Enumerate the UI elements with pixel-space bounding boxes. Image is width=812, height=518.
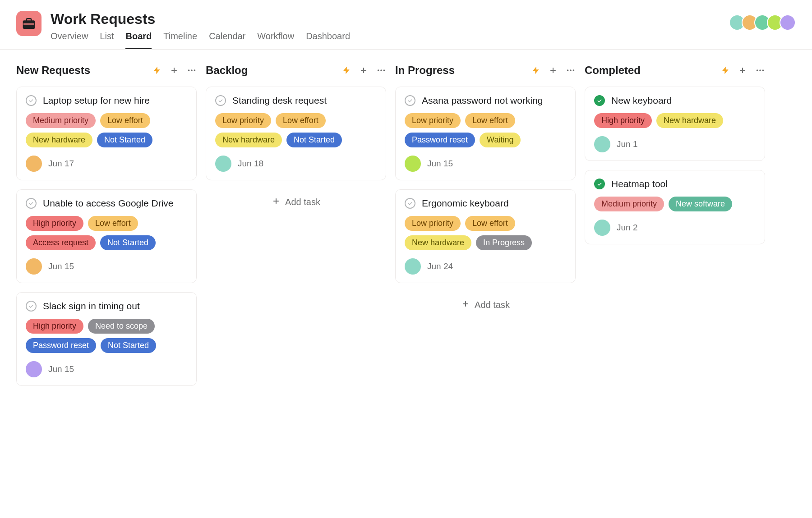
tag[interactable]: New software: [669, 197, 732, 211]
bolt-icon[interactable]: [531, 66, 540, 75]
due-date: Jun 2: [617, 223, 637, 233]
complete-check-icon[interactable]: [594, 179, 605, 189]
assignee-avatar[interactable]: [26, 258, 42, 275]
card-title: Standing desk request: [232, 95, 327, 106]
column-title[interactable]: Completed: [585, 64, 641, 77]
project-title[interactable]: Work Requests: [51, 11, 350, 28]
complete-check-icon[interactable]: [215, 95, 226, 106]
complete-check-icon[interactable]: [26, 301, 37, 312]
more-icon[interactable]: [187, 65, 197, 75]
member-avatar-stack[interactable]: [729, 14, 796, 31]
bolt-icon[interactable]: [152, 66, 161, 75]
task-card[interactable]: Laptop setup for new hireMedium priority…: [16, 87, 197, 180]
assignee-avatar[interactable]: [594, 136, 610, 152]
tag[interactable]: Medium priority: [594, 197, 664, 211]
tag[interactable]: Low priority: [215, 113, 271, 128]
tag[interactable]: High priority: [594, 113, 652, 128]
svg-point-18: [573, 69, 575, 71]
tag[interactable]: Password reset: [405, 133, 475, 147]
column: BacklogStanding desk requestLow priority…: [206, 63, 386, 395]
assignee-avatar[interactable]: [215, 156, 231, 172]
column-actions: [531, 65, 576, 75]
card-title-row: New keyboard: [594, 95, 756, 106]
assignee-avatar[interactable]: [26, 361, 42, 377]
tag[interactable]: Need to scope: [88, 319, 155, 334]
tag[interactable]: Not Started: [286, 133, 342, 147]
column-actions: [152, 65, 197, 75]
add-task-icon[interactable]: [359, 66, 368, 75]
add-task-icon[interactable]: [738, 66, 747, 75]
complete-check-icon[interactable]: [26, 95, 37, 106]
tab-overview[interactable]: Overview: [51, 31, 88, 49]
column-header: In Progress: [395, 63, 576, 78]
tag[interactable]: New hardware: [26, 133, 92, 147]
task-card[interactable]: New keyboardHigh priorityNew hardwareJun…: [585, 87, 765, 161]
more-icon[interactable]: [376, 65, 386, 75]
card-title: Slack sign in timing out: [43, 301, 140, 312]
tab-board[interactable]: Board: [125, 31, 152, 49]
column-header: New Requests: [16, 63, 197, 78]
assignee-avatar[interactable]: [405, 156, 421, 172]
svg-point-25: [762, 69, 764, 71]
bolt-icon[interactable]: [721, 66, 730, 75]
tag[interactable]: Password reset: [26, 338, 96, 353]
tag-list: High priorityLow effortAccess requestNot…: [26, 216, 187, 250]
tag[interactable]: New hardware: [405, 235, 471, 250]
avatar[interactable]: [780, 14, 796, 31]
task-card[interactable]: Asana password not workingLow priorityLo…: [395, 87, 576, 180]
tag[interactable]: Medium priority: [26, 113, 96, 128]
due-date: Jun 15: [48, 261, 74, 271]
task-card[interactable]: Unable to access Google DriveHigh priori…: [16, 189, 197, 283]
tag[interactable]: In Progress: [476, 235, 532, 250]
assignee-avatar[interactable]: [405, 258, 421, 275]
card-footer: Jun 18: [215, 156, 377, 172]
tab-calendar[interactable]: Calendar: [209, 31, 245, 49]
tag[interactable]: Low priority: [405, 216, 461, 231]
task-card[interactable]: Ergonomic keyboardLow priorityLow effort…: [395, 189, 576, 283]
tag[interactable]: New hardware: [656, 113, 723, 128]
add-task-button[interactable]: Add task: [395, 292, 576, 318]
add-task-icon[interactable]: [170, 66, 179, 75]
tag[interactable]: Low effort: [88, 216, 138, 231]
tag[interactable]: Waiting: [480, 133, 521, 147]
tab-dashboard[interactable]: Dashboard: [306, 31, 350, 49]
tag[interactable]: Low effort: [465, 216, 515, 231]
tag[interactable]: Low priority: [405, 113, 461, 128]
tag[interactable]: Access request: [26, 235, 96, 250]
bolt-icon[interactable]: [342, 66, 351, 75]
column-title[interactable]: Backlog: [206, 64, 248, 77]
assignee-avatar[interactable]: [26, 156, 42, 172]
task-card[interactable]: Slack sign in timing outHigh priorityNee…: [16, 292, 197, 386]
project-briefcase-icon[interactable]: [16, 11, 42, 36]
tag[interactable]: High priority: [26, 319, 83, 334]
column-actions: [342, 65, 386, 75]
complete-check-icon[interactable]: [405, 198, 415, 209]
tag[interactable]: New hardware: [215, 133, 282, 147]
tag[interactable]: Not Started: [101, 338, 156, 353]
card-title: Ergonomic keyboard: [422, 198, 509, 209]
add-task-icon[interactable]: [549, 66, 558, 75]
more-icon[interactable]: [566, 65, 576, 75]
tab-timeline[interactable]: Timeline: [163, 31, 197, 49]
task-card[interactable]: Standing desk requestLow priorityLow eff…: [206, 87, 386, 180]
tag[interactable]: Low effort: [465, 113, 515, 128]
task-card[interactable]: Heatmap toolMedium priorityNew softwareJ…: [585, 170, 765, 244]
more-icon[interactable]: [755, 65, 765, 75]
add-task-button[interactable]: Add task: [206, 189, 386, 215]
tab-list[interactable]: List: [100, 31, 114, 49]
complete-check-icon[interactable]: [26, 198, 37, 209]
card-title-row: Unable to access Google Drive: [26, 198, 187, 209]
tag[interactable]: High priority: [26, 216, 83, 231]
complete-check-icon[interactable]: [405, 95, 415, 106]
tag[interactable]: Low effort: [100, 113, 150, 128]
tag[interactable]: Not Started: [97, 133, 152, 147]
complete-check-icon[interactable]: [594, 95, 605, 106]
card-title-row: Laptop setup for new hire: [26, 95, 187, 106]
tab-workflow[interactable]: Workflow: [257, 31, 294, 49]
tag[interactable]: Low effort: [276, 113, 326, 128]
tag[interactable]: Not Started: [100, 235, 156, 250]
column-title[interactable]: New Requests: [16, 64, 90, 77]
assignee-avatar[interactable]: [594, 220, 610, 236]
card-title: New keyboard: [611, 95, 672, 106]
column-title[interactable]: In Progress: [395, 64, 455, 77]
